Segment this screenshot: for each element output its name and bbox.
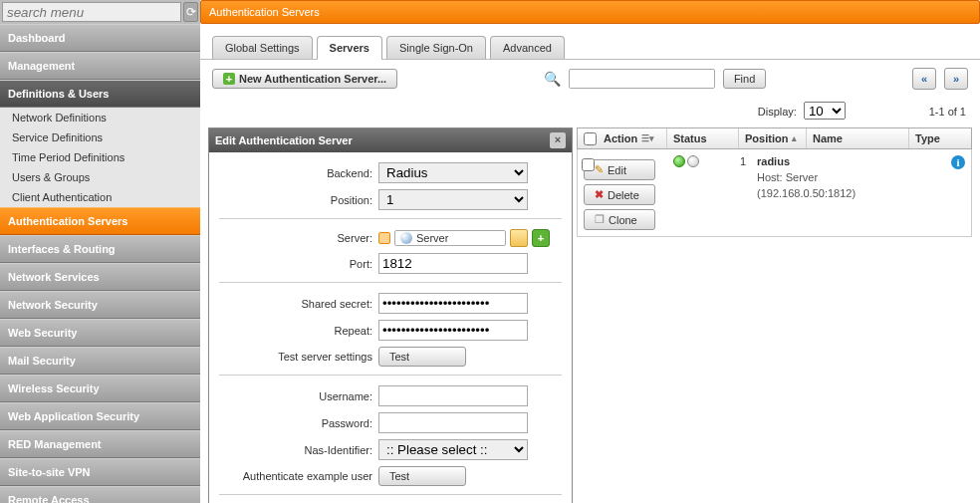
test-server-button[interactable]: Test	[378, 347, 466, 367]
list-panel: Action ☰▾ Status Position ▴ Name Type	[577, 127, 972, 503]
row-name: radius	[757, 155, 790, 167]
host-icon	[400, 232, 412, 244]
position-select[interactable]: 1	[378, 189, 528, 210]
sidebar-item[interactable]: Users & Groups	[0, 167, 200, 187]
find-label: Find	[734, 73, 755, 85]
close-icon: ×	[555, 133, 561, 145]
edit-panel: Edit Authentication Server × Backend: Ra…	[208, 127, 573, 503]
auth-example-label: Authenticate example user	[219, 470, 378, 482]
info-icon[interactable]: i	[951, 155, 965, 169]
sidebar-item[interactable]: Management	[0, 52, 200, 80]
row-host: Host: Server	[757, 171, 818, 183]
find-input[interactable]	[569, 69, 715, 89]
pencil-icon: ✎	[595, 163, 604, 176]
edit-panel-title: Edit Authentication Server	[215, 134, 353, 146]
sidebar-item[interactable]: Network Definitions	[0, 108, 200, 127]
select-all-checkbox[interactable]	[584, 132, 597, 145]
new-auth-server-button[interactable]: + New Authentication Server...	[212, 69, 397, 89]
search-input[interactable]	[2, 2, 181, 22]
sort-asc-icon: ▴	[792, 133, 797, 143]
sidebar-item[interactable]: Web Application Security	[0, 402, 200, 430]
repeat-label: Repeat:	[219, 325, 378, 337]
col-type-label: Type	[915, 132, 940, 144]
sidebar-item[interactable]: Definitions & Users	[0, 80, 200, 108]
repeat-input[interactable]	[378, 320, 528, 341]
port-input[interactable]	[378, 253, 528, 274]
sidebar-item[interactable]: Dashboard	[0, 24, 200, 52]
sidebar-item[interactable]: Wireless Security	[0, 375, 200, 402]
sidebar-item[interactable]: Service Definitions	[0, 127, 200, 147]
edit-label: Edit	[608, 164, 626, 176]
test-btn-label: Test	[389, 351, 409, 363]
sidebar-item[interactable]: Site-to-site VPN	[0, 458, 200, 486]
backend-select[interactable]: Radius	[378, 162, 528, 183]
sidebar-item[interactable]: Client Authentication	[0, 187, 200, 207]
server-object[interactable]: Server	[394, 230, 506, 246]
position-label: Position:	[219, 194, 378, 206]
row-position: 1	[735, 155, 751, 230]
row-checkbox[interactable]	[582, 158, 595, 171]
sidebar-item[interactable]: Interfaces & Routing	[0, 235, 200, 263]
page-title: Authentication Servers	[201, 6, 328, 18]
x-icon: ✖	[595, 188, 604, 201]
sidebar-item[interactable]: RED Management	[0, 430, 200, 458]
sidebar-item[interactable]: Authentication Servers	[0, 207, 200, 235]
display-count: 1-1 of 1	[882, 106, 966, 118]
plus-icon: +	[223, 73, 235, 85]
col-status-label: Status	[673, 132, 707, 144]
clone-label: Clone	[609, 214, 637, 226]
tab[interactable]: Advanced	[490, 36, 565, 59]
table-row: ✎ Edit ✖ Delete ❐ Clone	[577, 149, 972, 237]
password-label: Password:	[219, 417, 378, 429]
sidebar-item[interactable]: Remote Access	[0, 486, 200, 503]
sidebar-item[interactable]: Time Period Definitions	[0, 147, 200, 167]
tab[interactable]: Servers	[317, 36, 382, 59]
password-input[interactable]	[378, 412, 528, 433]
object-type-icon	[378, 232, 390, 244]
delete-button[interactable]: ✖ Delete	[584, 184, 655, 205]
close-button[interactable]: ×	[550, 132, 566, 148]
sort-icon[interactable]: ☰▾	[641, 133, 654, 143]
sidebar-item[interactable]: Network Services	[0, 263, 200, 291]
nas-select[interactable]: :: Please select ::	[378, 439, 528, 460]
sidebar-item[interactable]: Network Security	[0, 291, 200, 319]
username-input[interactable]	[378, 385, 528, 406]
sidebar-item[interactable]: Mail Security	[0, 347, 200, 375]
browse-button[interactable]	[510, 229, 528, 247]
status-off-icon[interactable]	[687, 155, 699, 167]
port-label: Port:	[219, 258, 378, 270]
backend-label: Backend:	[219, 167, 378, 179]
col-name[interactable]: Name	[807, 128, 909, 148]
new-auth-server-label: New Authentication Server...	[239, 73, 386, 85]
refresh-icon: ⟳	[186, 5, 196, 19]
col-action: Action ☰▾	[578, 128, 667, 148]
page-prev-button[interactable]: «	[912, 68, 936, 90]
secret-label: Shared secret:	[219, 298, 378, 310]
clone-button[interactable]: ❐ Clone	[584, 209, 655, 230]
secret-input[interactable]	[378, 293, 528, 314]
tab-bar: Global SettingsServersSingle Sign-OnAdva…	[200, 24, 980, 60]
col-action-label: Action	[604, 132, 637, 144]
display-select[interactable]: 10	[804, 102, 846, 120]
col-type[interactable]: Type	[909, 128, 971, 148]
find-button[interactable]: Find	[723, 69, 766, 89]
status-on-icon[interactable]	[673, 155, 685, 167]
page-next-button[interactable]: »	[944, 68, 968, 90]
search-icon: 🔍	[544, 71, 561, 87]
row-address: (192.168.0.50:1812)	[757, 187, 856, 199]
col-position-label: Position	[745, 132, 788, 144]
test-auth-button[interactable]: Test	[378, 466, 466, 486]
search-button[interactable]: ⟳	[183, 2, 198, 22]
sidebar: DashboardManagementDefinitions & UsersNe…	[0, 24, 200, 503]
add-object-button[interactable]: +	[532, 229, 550, 247]
clone-icon: ❐	[595, 213, 605, 226]
col-position[interactable]: Position ▴	[739, 128, 807, 148]
test-auth-btn-label: Test	[389, 470, 409, 482]
col-status[interactable]: Status	[667, 128, 739, 148]
sidebar-item[interactable]: Web Security	[0, 319, 200, 347]
server-object-label: Server	[416, 232, 448, 244]
tab[interactable]: Global Settings	[212, 36, 313, 59]
delete-label: Delete	[608, 189, 639, 201]
username-label: Username:	[219, 390, 378, 402]
tab[interactable]: Single Sign-On	[386, 36, 486, 59]
